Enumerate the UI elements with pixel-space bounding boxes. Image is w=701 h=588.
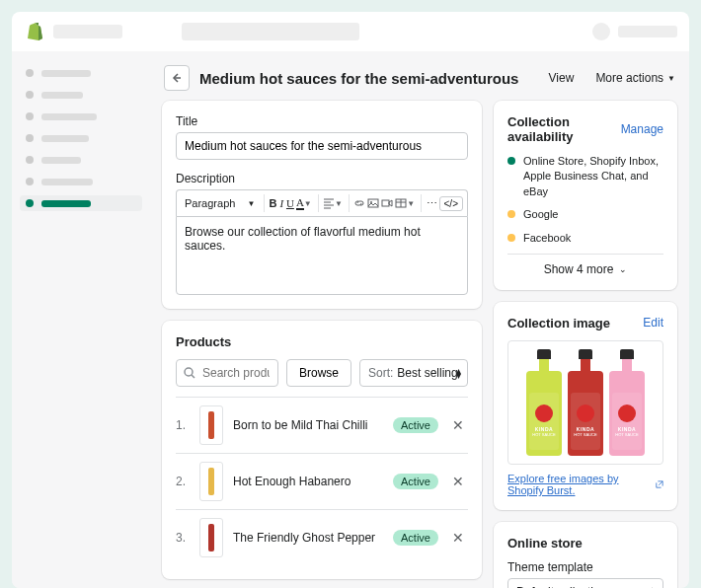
status-badge: Active bbox=[393, 474, 438, 489]
svg-rect-2 bbox=[382, 200, 389, 206]
show-more-button[interactable]: Show 4 more ⌄ bbox=[507, 254, 663, 276]
product-row[interactable]: 1. Born to be Mild Thai Chilli Active ✕ bbox=[176, 397, 468, 453]
remove-product-button[interactable]: ✕ bbox=[448, 415, 468, 435]
browse-button[interactable]: Browse bbox=[286, 359, 351, 387]
skeleton bbox=[53, 25, 122, 38]
title-label: Title bbox=[176, 114, 468, 128]
description-label: Description bbox=[176, 172, 468, 185]
product-row[interactable]: 3. The Friendly Ghost Pepper Active ✕ bbox=[176, 509, 468, 565]
remove-product-button[interactable]: ✕ bbox=[448, 472, 468, 491]
product-number: 2. bbox=[176, 475, 190, 488]
avatar[interactable] bbox=[592, 23, 610, 40]
image-button[interactable] bbox=[367, 194, 379, 212]
products-heading: Products bbox=[176, 334, 468, 349]
video-button[interactable] bbox=[381, 194, 393, 212]
chevron-down-icon: ⌄ bbox=[619, 264, 627, 274]
nav-item[interactable] bbox=[20, 65, 142, 81]
more-actions-button[interactable]: More actions ▼ bbox=[595, 71, 675, 85]
nav-item[interactable] bbox=[20, 109, 142, 124]
manage-link[interactable]: Manage bbox=[621, 122, 663, 136]
edit-image-link[interactable]: Edit bbox=[643, 316, 663, 330]
nav-item[interactable] bbox=[20, 152, 142, 168]
channel-item: Facebook bbox=[507, 231, 663, 246]
channel-text: Google bbox=[523, 207, 558, 222]
status-badge: Active bbox=[393, 530, 438, 546]
paragraph-select[interactable]: Paragraph▼ bbox=[181, 195, 259, 211]
link-button[interactable] bbox=[353, 194, 365, 212]
channel-text: Facebook bbox=[523, 231, 571, 246]
channel-text: Online Store, Shopify Inbox, Apple Busin… bbox=[523, 154, 663, 199]
theme-template-label: Theme template bbox=[507, 560, 663, 574]
italic-button[interactable]: I bbox=[279, 194, 284, 212]
status-dot-icon bbox=[507, 157, 515, 165]
bottle-icon: KINDAHOT SAUCE bbox=[609, 349, 645, 456]
nav-item-active[interactable] bbox=[20, 195, 142, 211]
online-store-heading: Online store bbox=[507, 536, 663, 551]
channel-item: Google bbox=[507, 207, 663, 222]
nav-item[interactable] bbox=[20, 130, 142, 146]
product-name: The Friendly Ghost Pepper bbox=[233, 531, 383, 545]
chevron-down-icon: ▼ bbox=[667, 74, 675, 83]
view-button[interactable]: View bbox=[549, 71, 575, 85]
search-icon bbox=[183, 366, 196, 380]
bottle-icon: KINDAHOT SAUCE bbox=[568, 349, 603, 456]
updown-icon: ▴▾ bbox=[456, 368, 461, 378]
align-button[interactable] bbox=[323, 194, 335, 212]
product-number: 3. bbox=[176, 531, 190, 545]
product-thumbnail bbox=[199, 462, 223, 501]
text-color-button[interactable]: A bbox=[296, 194, 304, 212]
availability-heading: Collection availability bbox=[507, 114, 621, 144]
product-number: 1. bbox=[176, 418, 190, 432]
sort-select[interactable]: Sort: Best selling ▴▾ bbox=[359, 359, 468, 387]
title-input[interactable] bbox=[176, 132, 468, 160]
arrow-left-icon bbox=[171, 72, 183, 84]
sort-label: Sort: bbox=[368, 366, 393, 380]
products-card: Products Browse Sort: Best selling ▴▾ bbox=[162, 321, 482, 579]
product-name: Hot Enough Habanero bbox=[233, 475, 383, 488]
page-title: Medium hot sauces for the semi-adventuro… bbox=[199, 70, 527, 87]
code-view-button[interactable]: </> bbox=[439, 196, 463, 211]
nav-item[interactable] bbox=[20, 87, 142, 103]
bold-button[interactable]: B bbox=[270, 194, 277, 212]
skeleton bbox=[618, 26, 677, 37]
table-button[interactable] bbox=[395, 194, 407, 212]
description-editor[interactable]: Browse our collection of flavorful mediu… bbox=[176, 216, 468, 295]
skeleton bbox=[182, 23, 359, 40]
status-dot-icon bbox=[507, 210, 515, 218]
product-name: Born to be Mild Thai Chilli bbox=[233, 418, 383, 432]
top-bar bbox=[12, 12, 689, 51]
theme-template-select[interactable]: Default collection ▴▾ bbox=[507, 578, 663, 588]
bottle-icon: KINDAHOT SAUCE bbox=[526, 349, 562, 456]
burst-link[interactable]: Explore free images by Shopify Burst. bbox=[507, 473, 663, 496]
remove-product-button[interactable]: ✕ bbox=[448, 528, 468, 548]
rte-toolbar: Paragraph▼ B I U A▼ ▼ ▼ bbox=[176, 189, 468, 216]
product-thumbnail bbox=[199, 518, 223, 557]
svg-rect-0 bbox=[368, 199, 378, 207]
nav-item[interactable] bbox=[20, 174, 142, 189]
collection-image-heading: Collection image bbox=[507, 316, 610, 331]
more-button[interactable]: ⋯ bbox=[427, 194, 437, 212]
product-row[interactable]: 2. Hot Enough Habanero Active ✕ bbox=[176, 453, 468, 509]
back-button[interactable] bbox=[164, 65, 190, 91]
sort-value: Best selling bbox=[397, 366, 457, 380]
title-card: Title Description Paragraph▼ B I U A▼ ▼ bbox=[162, 101, 482, 309]
page-header: Medium hot sauces for the semi-adventuro… bbox=[150, 51, 689, 101]
external-link-icon bbox=[656, 479, 663, 489]
underline-button[interactable]: U bbox=[286, 194, 294, 212]
availability-card: Collection availability Manage Online St… bbox=[494, 101, 677, 290]
shopify-logo bbox=[24, 22, 43, 41]
svg-point-4 bbox=[185, 368, 193, 376]
channel-item: Online Store, Shopify Inbox, Apple Busin… bbox=[507, 154, 663, 199]
product-thumbnail bbox=[199, 405, 223, 445]
more-actions-label: More actions bbox=[595, 71, 663, 85]
collection-image-card: Collection image Edit KINDAHOT SAUCE KIN… bbox=[494, 302, 677, 510]
online-store-card: Online store Theme template Default coll… bbox=[494, 522, 677, 588]
sidebar bbox=[12, 51, 150, 588]
collection-image-preview[interactable]: KINDAHOT SAUCE KINDAHOT SAUCE KINDAHOT S… bbox=[507, 340, 663, 465]
status-badge: Active bbox=[393, 417, 438, 433]
status-dot-icon bbox=[507, 234, 515, 242]
